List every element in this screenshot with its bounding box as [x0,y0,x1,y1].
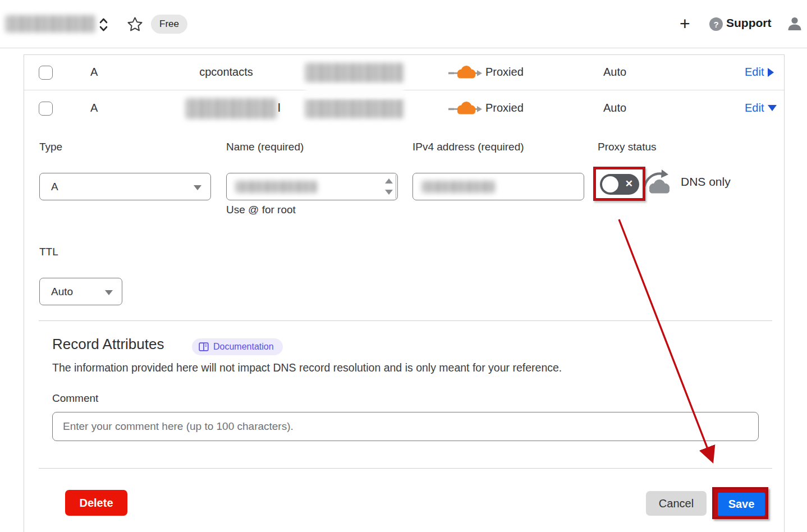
chevron-right-icon [768,68,774,77]
ttl-select-value: Auto [51,286,73,298]
ttl-label: TTL [39,246,58,258]
stepper-control[interactable] [382,175,396,199]
zone-name-redacted[interactable] [6,15,95,33]
type-select[interactable]: A [39,173,211,200]
record-name: cpcontacts [164,66,288,79]
stepper-down-icon[interactable] [385,190,393,195]
name-helper-text: Use @ for root [226,204,296,216]
proxied-cloud-icon [448,100,483,118]
toggle-annotation-box: ✕ [593,167,645,201]
record-name-redacted [186,98,277,119]
proxy-status-text: Proxied [485,102,524,114]
table-row-expanded: A l Proxied Auto Edit [24,91,784,126]
record-attributes-title: Record Attributes [52,336,164,353]
ipv4-label: IPv4 address (required) [412,141,524,153]
comment-label: Comment [52,392,98,405]
name-value-redacted [236,181,317,193]
edit-label: Edit [745,66,764,79]
add-icon[interactable]: + [680,13,690,34]
comment-input[interactable] [52,412,759,441]
record-content-redacted [305,63,404,82]
proxy-status-text: Proxied [485,66,524,79]
table-row-cpcontacts: A cpcontacts Proxied Auto Edit [24,55,784,90]
row-checkbox[interactable] [39,102,53,116]
toggle-off-icon: ✕ [625,178,633,190]
favorite-star-icon[interactable] [127,16,143,33]
proxy-state-text: DNS only [681,175,731,189]
dropdown-caret-icon [105,290,113,295]
chevron-down-icon [768,105,777,111]
type-label: Type [39,141,62,153]
documentation-badge[interactable]: Documentation [192,338,283,355]
save-annotation-box: Save [712,487,768,519]
topbar: Free + ? Support [0,0,807,48]
toggle-knob [602,176,618,192]
save-button[interactable]: Save [718,493,765,516]
user-icon[interactable] [787,16,803,31]
zone-switcher-icon[interactable] [98,17,109,32]
proxied-cloud-icon [448,64,483,82]
record-type: A [90,102,98,114]
type-select-value: A [51,181,58,193]
dns-records-table: A cpcontacts Proxied Auto Edit [24,54,785,532]
row-checkbox[interactable] [39,66,53,80]
cloudflare-dns-edit-page: Free + ? Support A cpcontacts [0,0,807,532]
record-type: A [90,66,98,79]
cancel-button[interactable]: Cancel [646,491,707,516]
record-name-suffix: l [278,101,281,114]
help-icon[interactable]: ? [709,17,723,31]
section-divider [39,320,772,321]
delete-button[interactable]: Delete [65,490,127,516]
support-link[interactable]: Support [726,16,771,30]
name-label: Name (required) [226,141,304,153]
edit-record-link[interactable]: Edit [745,66,774,79]
name-input[interactable] [226,173,398,200]
proxy-toggle[interactable]: ✕ [600,174,639,195]
edit-label: Edit [745,102,764,114]
dropdown-caret-icon [194,185,201,190]
stepper-up-icon[interactable] [385,178,393,184]
proxy-status-label: Proxy status [598,141,657,153]
record-content-redacted [305,99,404,118]
edit-record-link-open[interactable]: Edit [745,102,777,114]
ttl-select[interactable]: Auto [39,278,122,305]
ipv4-value-redacted [422,181,495,193]
ttl-text: Auto [603,66,626,79]
ttl-text: Auto [603,102,626,114]
dns-only-cloud-icon [643,168,674,197]
record-attributes-description: The information provided here will not i… [52,361,562,374]
ipv4-input[interactable] [412,173,584,200]
plan-badge: Free [151,15,187,34]
documentation-label: Documentation [213,342,274,352]
book-icon [199,342,209,351]
footer-divider [39,468,772,469]
redaction-artifact [305,86,404,98]
